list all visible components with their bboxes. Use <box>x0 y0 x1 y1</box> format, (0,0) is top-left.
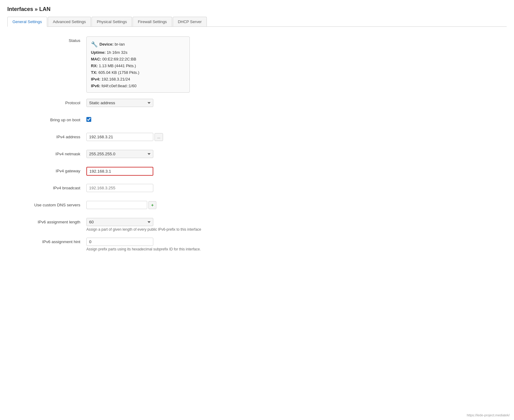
ipv6-assignment-hint-text: Assign a part of given length of every p… <box>86 227 208 232</box>
ipv4-broadcast-row: IPv4 broadcast <box>7 184 507 195</box>
status-box: 🔧 Device: br-lan Uptime: 1h 16m 32s MAC:… <box>86 36 208 93</box>
ipv6-assignment-hint-desc: Assign prefix parts using its hexadecima… <box>86 247 208 251</box>
tab-advanced-settings[interactable]: Advanced Settings <box>48 17 91 26</box>
ipv4-netmask-row: IPv4 netmask 255.255.255.0 255.255.0.0 2… <box>7 150 507 161</box>
dns-label: Use custom DNS servers <box>7 201 86 207</box>
ipv4-gateway-row: IPv4 gateway <box>7 167 507 178</box>
ipv4-broadcast-input[interactable] <box>86 184 153 192</box>
ipv6-assignment-length-row: IPv6 assignment length 60 48 56 64 Assig… <box>7 218 507 232</box>
ipv4-address-label: IPv4 address <box>7 133 86 139</box>
ipv4-broadcast-control <box>86 184 208 192</box>
bring-up-row: Bring up on boot <box>7 116 507 127</box>
dns-row: Use custom DNS servers + <box>7 201 507 212</box>
ipv4-address-input[interactable] <box>86 133 153 141</box>
dns-control: + <box>86 201 208 209</box>
ipv4-netmask-select[interactable]: 255.255.255.0 255.255.0.0 255.0.0.0 <box>86 150 153 158</box>
ipv4-address-control: ... <box>86 133 208 141</box>
dns-input[interactable] <box>86 201 147 209</box>
status-ipv4: IPv4: 192.168.3.21/24 <box>91 76 185 83</box>
ipv4-broadcast-label: IPv4 broadcast <box>7 184 86 190</box>
ipv6-assignment-hint-label: IPv6 assignment hint <box>7 238 86 244</box>
status-uptime: Uptime: 1h 16m 32s <box>91 49 185 56</box>
ipv6-assignment-length-label: IPv6 assignment length <box>7 218 86 224</box>
status-mac: MAC: 00:E2:69:22:2C:BB <box>91 56 185 63</box>
status-ipv6: IPv6: fd4f:c0ef:8ead::1/60 <box>91 83 185 89</box>
bring-up-checkbox[interactable] <box>86 117 91 122</box>
tab-general-settings[interactable]: General Settings <box>7 17 47 27</box>
ipv6-assignment-hint-control: Assign prefix parts using its hexadecima… <box>86 238 208 251</box>
status-label: Status <box>7 36 86 43</box>
page-title: Interfaces » LAN <box>7 6 507 12</box>
bring-up-control <box>86 116 208 122</box>
ipv4-gateway-input[interactable] <box>86 167 153 176</box>
status-rx: RX: 1.13 MB (4441 Pkts.) <box>91 63 185 69</box>
protocol-select[interactable]: Static address DHCP client DHCPv6 client… <box>86 99 153 107</box>
status-device: Device: br-lan <box>99 41 125 48</box>
tab-firewall-settings[interactable]: Firewall Settings <box>133 17 172 26</box>
ipv4-address-ellipsis-button[interactable]: ... <box>155 133 163 141</box>
ipv6-assignment-hint-row: IPv6 assignment hint Assign prefix parts… <box>7 238 507 251</box>
ipv6-assignment-hint-input[interactable] <box>86 238 153 246</box>
ipv6-assignment-length-control: 60 48 56 64 Assign a part of given lengt… <box>86 218 208 232</box>
ipv4-netmask-control: 255.255.255.0 255.255.0.0 255.0.0.0 <box>86 150 208 158</box>
ipv4-gateway-control <box>86 167 208 176</box>
protocol-row: Protocol Static address DHCP client DHCP… <box>7 99 507 110</box>
tab-bar: General Settings Advanced Settings Physi… <box>7 17 507 27</box>
protocol-label: Protocol <box>7 99 86 105</box>
general-settings-form: Status 🔧 Device: br-lan Uptime: 1h 16m 3… <box>7 34 507 260</box>
ipv4-gateway-label: IPv4 gateway <box>7 167 86 173</box>
status-row: Status 🔧 Device: br-lan Uptime: 1h 16m 3… <box>7 36 507 93</box>
status-tx: TX: 605.04 KB (1758 Pkts.) <box>91 69 185 76</box>
ipv6-assignment-length-select[interactable]: 60 48 56 64 <box>86 218 153 226</box>
bring-up-label: Bring up on boot <box>7 116 86 122</box>
tab-physical-settings[interactable]: Physical Settings <box>92 17 132 26</box>
tab-dhcp-server[interactable]: DHCP Server <box>173 17 207 26</box>
ipv4-netmask-label: IPv4 netmask <box>7 150 86 156</box>
ipv4-address-row: IPv4 address ... <box>7 133 507 144</box>
dns-add-button[interactable]: + <box>148 201 156 209</box>
device-icon: 🔧 <box>91 40 98 49</box>
protocol-control: Static address DHCP client DHCPv6 client… <box>86 99 208 107</box>
